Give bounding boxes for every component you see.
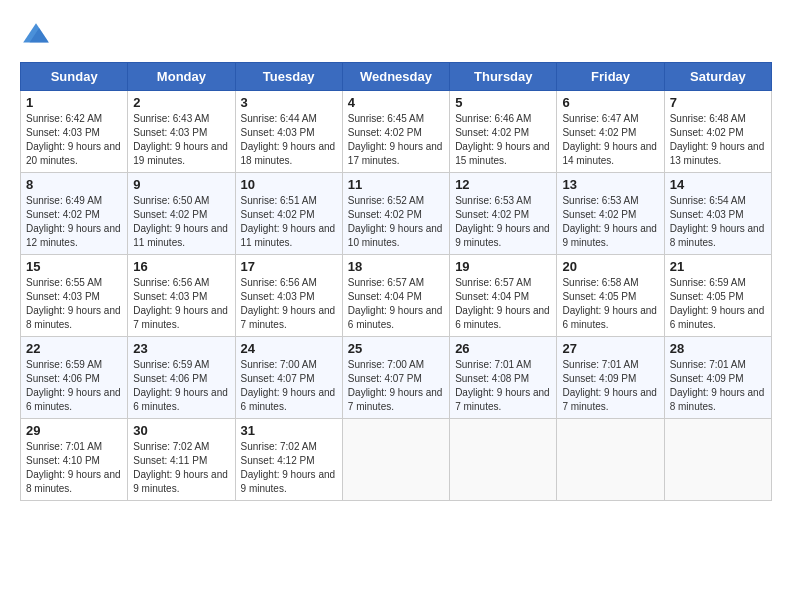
calendar-cell: 31 Sunrise: 7:02 AM Sunset: 4:12 PM Dayl…: [235, 419, 342, 501]
day-number: 27: [562, 341, 658, 356]
day-number: 5: [455, 95, 551, 110]
daylight-label: Daylight: 9 hours and 6 minutes.: [26, 387, 121, 412]
weekday-header: Saturday: [664, 63, 771, 91]
logo-icon: [20, 20, 52, 52]
calendar-cell: 12 Sunrise: 6:53 AM Sunset: 4:02 PM Dayl…: [450, 173, 557, 255]
day-number: 11: [348, 177, 444, 192]
daylight-label: Daylight: 9 hours and 17 minutes.: [348, 141, 443, 166]
sunset-label: Sunset: 4:12 PM: [241, 455, 315, 466]
calendar-cell: 9 Sunrise: 6:50 AM Sunset: 4:02 PM Dayli…: [128, 173, 235, 255]
weekday-header: Monday: [128, 63, 235, 91]
calendar-cell: 14 Sunrise: 6:54 AM Sunset: 4:03 PM Dayl…: [664, 173, 771, 255]
day-info: Sunrise: 6:47 AM Sunset: 4:02 PM Dayligh…: [562, 112, 658, 168]
calendar-cell: [450, 419, 557, 501]
weekday-header: Sunday: [21, 63, 128, 91]
sunset-label: Sunset: 4:02 PM: [455, 127, 529, 138]
sunrise-label: Sunrise: 7:01 AM: [26, 441, 102, 452]
day-info: Sunrise: 7:01 AM Sunset: 4:10 PM Dayligh…: [26, 440, 122, 496]
daylight-label: Daylight: 9 hours and 9 minutes.: [241, 469, 336, 494]
sunrise-label: Sunrise: 7:01 AM: [562, 359, 638, 370]
calendar-cell: 24 Sunrise: 7:00 AM Sunset: 4:07 PM Dayl…: [235, 337, 342, 419]
sunset-label: Sunset: 4:02 PM: [670, 127, 744, 138]
day-info: Sunrise: 6:53 AM Sunset: 4:02 PM Dayligh…: [455, 194, 551, 250]
day-info: Sunrise: 6:50 AM Sunset: 4:02 PM Dayligh…: [133, 194, 229, 250]
calendar-cell: 4 Sunrise: 6:45 AM Sunset: 4:02 PM Dayli…: [342, 91, 449, 173]
daylight-label: Daylight: 9 hours and 10 minutes.: [348, 223, 443, 248]
day-info: Sunrise: 7:01 AM Sunset: 4:08 PM Dayligh…: [455, 358, 551, 414]
sunrise-label: Sunrise: 7:01 AM: [455, 359, 531, 370]
sunset-label: Sunset: 4:02 PM: [241, 209, 315, 220]
day-info: Sunrise: 6:59 AM Sunset: 4:06 PM Dayligh…: [133, 358, 229, 414]
sunset-label: Sunset: 4:03 PM: [241, 127, 315, 138]
day-info: Sunrise: 7:00 AM Sunset: 4:07 PM Dayligh…: [241, 358, 337, 414]
daylight-label: Daylight: 9 hours and 6 minutes.: [133, 387, 228, 412]
daylight-label: Daylight: 9 hours and 6 minutes.: [670, 305, 765, 330]
sunrise-label: Sunrise: 6:56 AM: [133, 277, 209, 288]
daylight-label: Daylight: 9 hours and 9 minutes.: [455, 223, 550, 248]
day-number: 28: [670, 341, 766, 356]
day-number: 23: [133, 341, 229, 356]
sunrise-label: Sunrise: 6:42 AM: [26, 113, 102, 124]
day-number: 4: [348, 95, 444, 110]
calendar-cell: 10 Sunrise: 6:51 AM Sunset: 4:02 PM Dayl…: [235, 173, 342, 255]
daylight-label: Daylight: 9 hours and 6 minutes.: [348, 305, 443, 330]
daylight-label: Daylight: 9 hours and 8 minutes.: [670, 223, 765, 248]
sunrise-label: Sunrise: 6:47 AM: [562, 113, 638, 124]
daylight-label: Daylight: 9 hours and 15 minutes.: [455, 141, 550, 166]
day-number: 24: [241, 341, 337, 356]
sunrise-label: Sunrise: 7:02 AM: [133, 441, 209, 452]
day-info: Sunrise: 7:02 AM Sunset: 4:11 PM Dayligh…: [133, 440, 229, 496]
day-info: Sunrise: 6:56 AM Sunset: 4:03 PM Dayligh…: [241, 276, 337, 332]
sunrise-label: Sunrise: 6:59 AM: [670, 277, 746, 288]
calendar-cell: 20 Sunrise: 6:58 AM Sunset: 4:05 PM Dayl…: [557, 255, 664, 337]
sunset-label: Sunset: 4:03 PM: [241, 291, 315, 302]
sunset-label: Sunset: 4:09 PM: [562, 373, 636, 384]
sunset-label: Sunset: 4:05 PM: [670, 291, 744, 302]
weekday-header: Tuesday: [235, 63, 342, 91]
sunset-label: Sunset: 4:05 PM: [562, 291, 636, 302]
day-info: Sunrise: 6:57 AM Sunset: 4:04 PM Dayligh…: [348, 276, 444, 332]
sunrise-label: Sunrise: 6:45 AM: [348, 113, 424, 124]
sunrise-label: Sunrise: 6:44 AM: [241, 113, 317, 124]
calendar-cell: 16 Sunrise: 6:56 AM Sunset: 4:03 PM Dayl…: [128, 255, 235, 337]
day-number: 3: [241, 95, 337, 110]
sunset-label: Sunset: 4:07 PM: [241, 373, 315, 384]
daylight-label: Daylight: 9 hours and 8 minutes.: [670, 387, 765, 412]
day-number: 25: [348, 341, 444, 356]
sunset-label: Sunset: 4:02 PM: [133, 209, 207, 220]
calendar-cell: 30 Sunrise: 7:02 AM Sunset: 4:11 PM Dayl…: [128, 419, 235, 501]
day-info: Sunrise: 6:46 AM Sunset: 4:02 PM Dayligh…: [455, 112, 551, 168]
calendar-cell: 29 Sunrise: 7:01 AM Sunset: 4:10 PM Dayl…: [21, 419, 128, 501]
day-number: 22: [26, 341, 122, 356]
weekday-header: Wednesday: [342, 63, 449, 91]
day-info: Sunrise: 7:02 AM Sunset: 4:12 PM Dayligh…: [241, 440, 337, 496]
daylight-label: Daylight: 9 hours and 14 minutes.: [562, 141, 657, 166]
day-info: Sunrise: 6:57 AM Sunset: 4:04 PM Dayligh…: [455, 276, 551, 332]
calendar-cell: 22 Sunrise: 6:59 AM Sunset: 4:06 PM Dayl…: [21, 337, 128, 419]
day-number: 31: [241, 423, 337, 438]
sunrise-label: Sunrise: 6:59 AM: [26, 359, 102, 370]
calendar-cell: 28 Sunrise: 7:01 AM Sunset: 4:09 PM Dayl…: [664, 337, 771, 419]
sunset-label: Sunset: 4:03 PM: [26, 291, 100, 302]
calendar-cell: 18 Sunrise: 6:57 AM Sunset: 4:04 PM Dayl…: [342, 255, 449, 337]
daylight-label: Daylight: 9 hours and 6 minutes.: [455, 305, 550, 330]
calendar-week-row: 29 Sunrise: 7:01 AM Sunset: 4:10 PM Dayl…: [21, 419, 772, 501]
calendar-cell: 6 Sunrise: 6:47 AM Sunset: 4:02 PM Dayli…: [557, 91, 664, 173]
day-info: Sunrise: 7:01 AM Sunset: 4:09 PM Dayligh…: [562, 358, 658, 414]
day-number: 1: [26, 95, 122, 110]
daylight-label: Daylight: 9 hours and 8 minutes.: [26, 305, 121, 330]
calendar-week-row: 8 Sunrise: 6:49 AM Sunset: 4:02 PM Dayli…: [21, 173, 772, 255]
daylight-label: Daylight: 9 hours and 7 minutes.: [455, 387, 550, 412]
sunrise-label: Sunrise: 7:00 AM: [241, 359, 317, 370]
sunrise-label: Sunrise: 6:59 AM: [133, 359, 209, 370]
day-number: 15: [26, 259, 122, 274]
day-info: Sunrise: 7:01 AM Sunset: 4:09 PM Dayligh…: [670, 358, 766, 414]
daylight-label: Daylight: 9 hours and 9 minutes.: [562, 223, 657, 248]
daylight-label: Daylight: 9 hours and 18 minutes.: [241, 141, 336, 166]
daylight-label: Daylight: 9 hours and 7 minutes.: [348, 387, 443, 412]
day-info: Sunrise: 6:53 AM Sunset: 4:02 PM Dayligh…: [562, 194, 658, 250]
sunrise-label: Sunrise: 6:56 AM: [241, 277, 317, 288]
day-number: 7: [670, 95, 766, 110]
calendar-body: 1 Sunrise: 6:42 AM Sunset: 4:03 PM Dayli…: [21, 91, 772, 501]
sunset-label: Sunset: 4:03 PM: [133, 291, 207, 302]
